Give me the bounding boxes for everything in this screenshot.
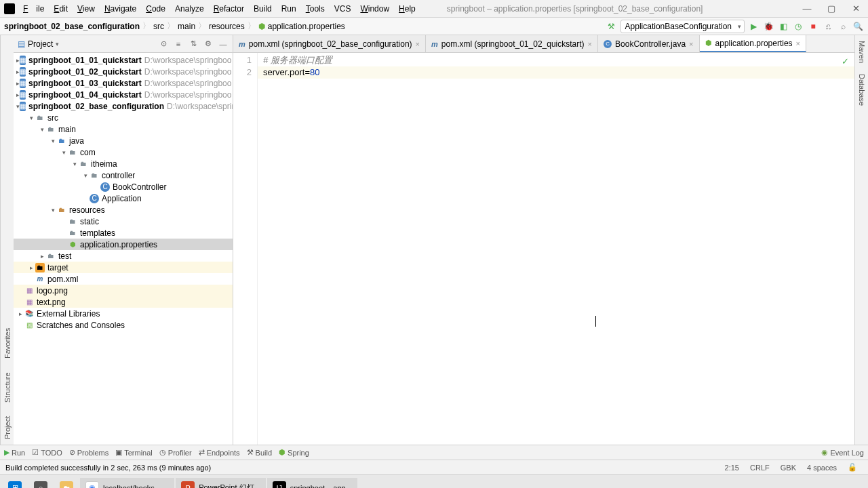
menu-vcs[interactable]: VCS bbox=[330, 3, 355, 15]
maximize-button[interactable]: ▢ bbox=[819, 0, 844, 18]
project-panel-title[interactable]: ▤ Project ▾ bbox=[18, 39, 59, 49]
tree-module[interactable]: ▸▦springboot_01_02_quickstartD:\workspac… bbox=[14, 66, 233, 77]
close-icon[interactable]: × bbox=[416, 40, 420, 48]
breadcrumb-project[interactable]: springboot_02_base_configuration bbox=[4, 22, 140, 31]
tool-tab-todo[interactable]: ☑TODO bbox=[32, 448, 62, 457]
tool-tab-endpoints[interactable]: ⇄Endpoints bbox=[199, 448, 240, 457]
tree-folder-java[interactable]: ▾🖿java bbox=[14, 135, 233, 146]
close-icon[interactable]: × bbox=[796, 39, 800, 47]
taskbar-intellij[interactable]: IJspringboot – app... bbox=[267, 478, 357, 489]
tab-pom-base[interactable]: mpom.xml (springboot_02_base_configurati… bbox=[233, 35, 426, 52]
module-icon: ▦ bbox=[20, 56, 26, 65]
close-icon[interactable]: × bbox=[689, 40, 693, 48]
expand-all-icon[interactable]: ≡ bbox=[173, 39, 184, 49]
menu-tools[interactable]: Tools bbox=[302, 3, 329, 15]
status-readonly-icon[interactable]: 🔓 bbox=[842, 463, 863, 472]
find-icon[interactable]: 🔍 bbox=[852, 20, 864, 33]
tool-tab-eventlog[interactable]: ◉Event Log bbox=[821, 448, 864, 457]
module-icon: ▦ bbox=[20, 79, 26, 88]
tree-file-application-properties[interactable]: ⬢application.properties bbox=[14, 239, 233, 250]
menu-run[interactable]: Run bbox=[277, 3, 300, 15]
search-everywhere-icon[interactable]: ⌕ bbox=[837, 20, 849, 33]
tree-folder-resources[interactable]: ▾🖿resources bbox=[14, 204, 233, 216]
left-tab-project[interactable]: Project bbox=[3, 416, 12, 439]
tab-pom-quickstart[interactable]: mpom.xml (springboot_01_02_quickstart)× bbox=[426, 35, 598, 52]
menu-refactor[interactable]: Refactor bbox=[210, 3, 248, 15]
inspection-ok-icon[interactable]: ✓ bbox=[842, 56, 849, 68]
tree-module[interactable]: ▸▦springboot_01_03_quickstartD:\workspac… bbox=[14, 77, 233, 89]
run-configuration-select[interactable]: ApplicationBaseConfiguration bbox=[620, 20, 745, 33]
taskbar-chrome[interactable]: ◉localhost/books – ... bbox=[80, 478, 174, 489]
right-tab-maven[interactable]: Maven bbox=[858, 41, 866, 63]
tool-tab-profiler[interactable]: ◷Profiler bbox=[159, 448, 192, 457]
status-caret-position[interactable]: 2:15 bbox=[719, 464, 745, 472]
tab-application-properties[interactable]: ⬢application.properties× bbox=[700, 35, 807, 52]
taskbar-powerpoint[interactable]: PPowerPoint 幻灯... bbox=[176, 478, 265, 489]
settings-icon[interactable]: ⚙ bbox=[203, 39, 214, 49]
menu-window[interactable]: Window bbox=[356, 3, 393, 15]
menu-navigate[interactable]: Navigate bbox=[100, 3, 140, 15]
left-tab-favorites[interactable]: Favorites bbox=[3, 328, 12, 359]
start-button[interactable]: ⊞ bbox=[3, 478, 27, 489]
tree-file-text[interactable]: ▦text.png bbox=[14, 296, 233, 308]
code-content[interactable]: # 服务器端口配置 server.port=80 ✓ bbox=[258, 53, 854, 445]
taskbar-search[interactable]: ○ bbox=[28, 478, 53, 489]
menu-file[interactable]: File bbox=[19, 3, 48, 15]
project-tree[interactable]: ▸▦springboot_01_01_quickstartD:\workspac… bbox=[14, 53, 233, 445]
breadcrumb-main[interactable]: main bbox=[178, 22, 195, 31]
tree-scratches[interactable]: ▧Scratches and Consoles bbox=[14, 319, 233, 331]
menu-build[interactable]: Build bbox=[250, 3, 276, 15]
tool-tab-problems[interactable]: ⊘Problems bbox=[69, 448, 108, 457]
tree-folder-src[interactable]: ▾🖿src bbox=[14, 112, 233, 123]
close-icon[interactable]: × bbox=[588, 40, 592, 48]
profiler-icon[interactable]: ◷ bbox=[792, 20, 804, 33]
breadcrumb-src[interactable]: src bbox=[153, 22, 164, 31]
select-opened-file-icon[interactable]: ⊙ bbox=[158, 39, 169, 49]
stop-icon[interactable]: ■ bbox=[807, 20, 819, 33]
minimize-button[interactable]: — bbox=[795, 0, 819, 18]
breadcrumb-resources[interactable]: resources bbox=[209, 22, 245, 31]
status-line-ending[interactable]: CRLF bbox=[745, 464, 775, 472]
coverage-icon[interactable]: ◧ bbox=[777, 20, 789, 33]
tree-folder-target[interactable]: ▸🖿target bbox=[14, 262, 233, 273]
run-icon[interactable]: ▶ bbox=[747, 20, 760, 33]
breadcrumb-file[interactable]: application.properties bbox=[268, 22, 345, 31]
tree-folder-test[interactable]: ▸🖿test bbox=[14, 250, 233, 262]
tree-folder-templates[interactable]: 🖿templates bbox=[14, 227, 233, 239]
tree-module[interactable]: ▸▦springboot_01_01_quickstartD:\workspac… bbox=[14, 54, 233, 66]
tool-tab-run[interactable]: ▶Run bbox=[4, 448, 25, 457]
tree-package-com[interactable]: ▾🖿com bbox=[14, 146, 233, 158]
debug-icon[interactable]: 🐞 bbox=[762, 20, 774, 33]
build-icon[interactable]: ⚒ bbox=[606, 20, 618, 33]
tool-tab-build[interactable]: ⚒Build bbox=[247, 448, 272, 457]
menu-code[interactable]: Code bbox=[142, 3, 170, 15]
left-tab-structure[interactable]: Structure bbox=[3, 372, 12, 403]
code-editor[interactable]: 1 2 # 服务器端口配置 server.port=80 ✓ bbox=[233, 53, 854, 445]
tree-module[interactable]: ▾▦springboot_02_base_configurationD:\wor… bbox=[14, 100, 233, 112]
tree-package-controller[interactable]: ▾🖿controller bbox=[14, 169, 233, 181]
collapse-all-icon[interactable]: ⇅ bbox=[188, 39, 199, 49]
tree-folder-static[interactable]: 🖿static bbox=[14, 216, 233, 227]
status-encoding[interactable]: GBK bbox=[775, 464, 802, 472]
right-tab-database[interactable]: Database bbox=[858, 74, 866, 106]
menu-view[interactable]: View bbox=[73, 3, 99, 15]
menu-help[interactable]: Help bbox=[395, 3, 420, 15]
taskbar-explorer[interactable]: 🖿 bbox=[54, 478, 79, 489]
menu-edit[interactable]: Edit bbox=[50, 3, 72, 15]
tree-module[interactable]: ▸▦springboot_01_04_quickstartD:\workspac… bbox=[14, 89, 233, 100]
tree-external-libraries[interactable]: ▸📚External Libraries bbox=[14, 308, 233, 319]
tree-class-application[interactable]: CApplication bbox=[14, 192, 233, 204]
tool-tab-spring[interactable]: ⬢Spring bbox=[279, 448, 309, 457]
tree-file-pom[interactable]: mpom.xml bbox=[14, 273, 233, 285]
tree-file-logo[interactable]: ▦logo.png bbox=[14, 285, 233, 296]
hide-icon[interactable]: — bbox=[218, 39, 229, 49]
tab-bookcontroller[interactable]: CBookController.java× bbox=[598, 35, 700, 52]
tree-folder-main[interactable]: ▾🖿main bbox=[14, 123, 233, 135]
tree-class-bookcontroller[interactable]: CBookController bbox=[14, 181, 233, 192]
tree-package-itheima[interactable]: ▾🖿itheima bbox=[14, 158, 233, 169]
tool-tab-terminal[interactable]: ▣Terminal bbox=[115, 448, 153, 457]
menu-analyze[interactable]: Analyze bbox=[171, 3, 208, 15]
git-icon[interactable]: ⎌ bbox=[822, 20, 834, 33]
status-indent[interactable]: 4 spaces bbox=[802, 464, 842, 472]
close-button[interactable]: ✕ bbox=[844, 0, 868, 18]
